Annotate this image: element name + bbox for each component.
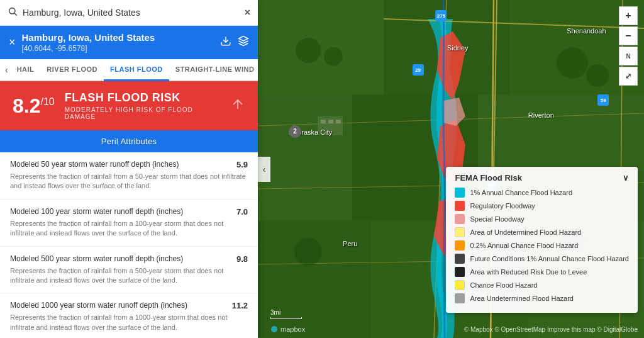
legend-label-0: 1% Annual Chance Flood Hazard: [470, 189, 572, 196]
attr-value-1000yr: 11.2: [232, 301, 248, 310]
svg-marker-3: [239, 37, 248, 42]
legend-collapse-button[interactable]: ∨: [623, 173, 629, 183]
legend-swatch-4: [455, 240, 465, 251]
legend-item-2: Special Floodway: [455, 214, 629, 224]
legend-swatch-6: [455, 267, 465, 277]
peril-attributes-button[interactable]: Peril Attributes: [0, 130, 258, 152]
fullscreen-button[interactable]: ⤢: [619, 67, 638, 86]
legend-label-8: Area Undetermined Flood Hazard: [470, 295, 573, 302]
svg-rect-9: [258, 94, 352, 220]
risk-title: FLASH FLOOD RISK: [65, 91, 220, 104]
legend-item-8: Area Undetermined Flood Hazard: [455, 293, 629, 303]
interstate-59-shield: 59: [597, 94, 609, 106]
svg-point-0: [9, 8, 15, 14]
zoom-in-button[interactable]: +: [619, 6, 638, 25]
legend-item-5: Future Conditions 1% Annual Chance Flood…: [455, 254, 629, 264]
attributes-list: Modeled 50 year storm water runoff depth…: [0, 152, 258, 338]
search-clear-button[interactable]: ×: [245, 7, 250, 18]
svg-line-1: [14, 13, 17, 16]
attr-label-1000yr: Modeled 1000 year storm water runoff dep…: [10, 301, 232, 310]
download-button[interactable]: [220, 35, 231, 50]
attr-value-50yr: 5.9: [236, 160, 248, 169]
scale-bar: 3mi: [270, 309, 302, 319]
interstate-275-shield: 275: [435, 10, 447, 21]
attribute-item-500yr: Modeled 500 year storm water runoff dept…: [0, 247, 258, 294]
attr-desc-50yr: Represents the fraction of rainfall from…: [10, 172, 248, 191]
map-area[interactable]: Nebraska City Sidney Hamburg Shenandoah …: [258, 0, 644, 338]
legend-swatch-2: [455, 214, 465, 224]
legend-item-1: Regulatory Floodway: [455, 201, 629, 211]
interstate-29-north-shield: 29: [413, 64, 424, 76]
legend-swatch-3: [455, 227, 465, 237]
svg-rect-6: [258, 0, 384, 94]
attr-desc-1000yr: Represents the fraction of rainfall from…: [10, 313, 248, 332]
tab-river-flood[interactable]: RIVER FLOOD: [40, 59, 104, 81]
legend-item-3: Area of Undetermined Flood Hazard: [455, 227, 629, 237]
legend-label-4: 0.2% Annual Chance Flood Hazard: [470, 242, 578, 249]
legend-swatch-7: [455, 280, 465, 290]
search-bar: ×: [0, 0, 258, 26]
legend-label-6: Area with Reduced Risk Due to Levee: [470, 268, 587, 276]
mapbox-logo: ⬛ mapboxmapbox: [270, 325, 305, 333]
search-icon: [8, 6, 18, 19]
attr-value-100yr: 7.0: [236, 207, 248, 217]
attribute-item-100yr: Modeled 100 year storm water runoff dept…: [0, 200, 258, 247]
risk-score: 8.2/10: [13, 94, 55, 118]
legend-swatch-1: [455, 201, 465, 211]
attr-label-500yr: Modeled 500 year storm water runoff dept…: [10, 254, 236, 263]
svg-rect-27: [321, 120, 326, 123]
layers-button[interactable]: [238, 35, 249, 50]
svg-rect-26: [318, 116, 343, 135]
attribute-item-50yr: Modeled 50 year storm water runoff depth…: [0, 152, 258, 200]
map-attribution: © Mapbox © OpenStreetMap Improve this ma…: [464, 326, 638, 333]
attr-value-500yr: 9.8: [236, 254, 248, 264]
location-header: × Hamburg, Iowa, United States [40.6044,…: [0, 26, 258, 59]
route-2-marker: 2: [289, 125, 301, 138]
zoom-out-button[interactable]: −: [619, 26, 638, 45]
legend-title: FEMA Flood Risk: [455, 173, 521, 183]
legend-item-7: Chance Flood Hazard: [455, 280, 629, 290]
search-input[interactable]: [23, 8, 240, 18]
svg-point-20: [296, 38, 321, 63]
legend-label-5: Future Conditions 1% Annual Chance Flood…: [470, 255, 629, 262]
svg-rect-29: [336, 120, 341, 123]
svg-point-22: [557, 47, 588, 79]
tab-hail[interactable]: HAIL: [11, 59, 41, 81]
svg-point-24: [294, 238, 322, 266]
legend-item-6: Area with Reduced Risk Due to Levee: [455, 267, 629, 277]
scale-line: [270, 317, 302, 319]
tab-left-arrow[interactable]: ‹: [3, 60, 11, 80]
legend-swatch-5: [455, 254, 465, 264]
tab-straight-line-wind[interactable]: STRAIGHT-LINE WIND: [169, 59, 258, 81]
risk-subtitle: MODERATELY HIGH RISK OF FLOOD DAMAGE: [65, 106, 220, 120]
legend-label-3: Area of Undetermined Flood Hazard: [470, 228, 581, 236]
legend-swatch-8: [455, 293, 465, 303]
legend-label-1: Regulatory Floodway: [470, 202, 535, 210]
svg-point-31: [271, 326, 277, 332]
svg-rect-12: [258, 220, 371, 338]
attr-desc-500yr: Represents the fraction of rainfall from…: [10, 266, 248, 286]
left-panel: × × Hamburg, Iowa, United States [40.604…: [0, 0, 258, 338]
attribute-item-1000yr: Modeled 1000 year storm water runoff dep…: [0, 293, 258, 338]
fema-legend: FEMA Flood Risk ∨ 1% Annual Chance Flood…: [446, 167, 638, 313]
tabs-bar: ‹ HAIL RIVER FLOOD FLASH FLOOD STRAIGHT-…: [0, 59, 258, 81]
peril-attributes-section: Peril Attributes: [0, 130, 258, 152]
tab-flash-flood[interactable]: FLASH FLOOD: [104, 59, 169, 81]
risk-card: 8.2/10 FLASH FLOOD RISK MODERATELY HIGH …: [0, 81, 258, 130]
location-name: Hamburg, Iowa, United States: [22, 32, 214, 43]
risk-trend-arrow: [230, 97, 245, 115]
location-close-button[interactable]: ×: [9, 36, 16, 49]
svg-rect-28: [328, 120, 333, 123]
legend-swatch-0: [455, 188, 465, 198]
legend-label-2: Special Floodway: [470, 215, 524, 223]
legend-item-0: 1% Annual Chance Flood Hazard: [455, 188, 629, 198]
attr-desc-100yr: Represents the fraction of rainfall from…: [10, 219, 248, 239]
location-coords: [40.6044, -95.6578]: [22, 44, 214, 53]
legend-label-7: Chance Flood Hazard: [470, 281, 537, 289]
attr-label-100yr: Modeled 100 year storm water runoff dept…: [10, 207, 236, 216]
svg-point-21: [324, 47, 343, 66]
map-back-arrow[interactable]: ‹: [258, 157, 270, 182]
scale-label: 3mi: [270, 309, 280, 316]
compass-button[interactable]: N: [619, 47, 638, 65]
svg-point-23: [586, 64, 609, 87]
